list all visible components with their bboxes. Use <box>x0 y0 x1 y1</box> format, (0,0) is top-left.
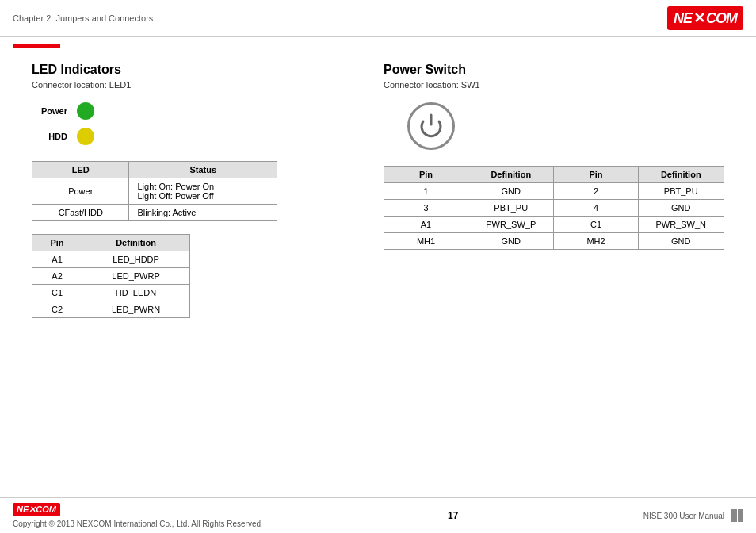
power-led-label: Power <box>40 106 67 116</box>
table-row: 3 PBT_PU 4 GND <box>384 200 724 217</box>
table-row: MH1 GND MH2 GND <box>384 233 724 250</box>
main-content: LED Indicators Connector location: LED1 … <box>0 55 756 326</box>
led-pin-col-def: Definition <box>82 235 190 251</box>
led-section-subtitle: Connector location: LED1 <box>32 80 368 90</box>
led-status-col-led: LED <box>32 162 129 178</box>
nexcom-logo: NE ✕ COM <box>667 6 743 30</box>
power-switch-icon <box>407 102 455 150</box>
power-pin2-r4: MH2 <box>554 233 638 250</box>
logo-com-text: COM <box>706 10 737 27</box>
led-pin-pin-2: A2 <box>32 268 82 285</box>
led-status-table: LED Status Power Light On: Power OnLight… <box>32 161 277 221</box>
led-status-status-1: Light On: Power OnLight Off: Power Off <box>129 178 277 205</box>
power-def1-r4: GND <box>468 233 554 250</box>
power-led-circle <box>77 102 94 120</box>
page-footer: NE✕COM Copyright © 2013 NEXCOM Internati… <box>0 497 756 533</box>
footer-copyright: Copyright © 2013 NEXCOM International Co… <box>13 520 263 528</box>
led-pin-table: Pin Definition A1 LED_HDDP A2 LED_PWRP C… <box>32 234 190 318</box>
led-pin-pin-1: A1 <box>32 251 82 268</box>
table-row: Power Light On: Power OnLight Off: Power… <box>32 178 277 205</box>
led-pin-def-4: LED_PWRN <box>82 301 190 318</box>
power-def2-r1: PBT_PU <box>638 183 724 200</box>
power-switch-subtitle: Connector location: SW1 <box>384 80 724 90</box>
led-pin-def-3: HD_LEDN <box>82 285 190 301</box>
power-icon-container <box>407 102 724 150</box>
table-row: 1 GND 2 PBT_PU <box>384 183 724 200</box>
power-def1-r1: GND <box>468 183 554 200</box>
led-status-col-status: Status <box>129 162 277 178</box>
hdd-led-circle <box>77 128 94 145</box>
power-led-item: Power <box>40 102 368 120</box>
power-switch-section: Power Switch Connector location: SW1 Pin… <box>384 63 724 318</box>
logo-x-text: ✕ <box>693 10 704 27</box>
accent-bar <box>13 44 60 48</box>
led-visual-indicators: Power HDD <box>40 102 368 145</box>
led-status-led-2: CFast/HDD <box>32 205 129 221</box>
power-def2-r4: GND <box>638 233 724 250</box>
power-def2-r3: PWR_SW_N <box>638 217 724 233</box>
led-section: LED Indicators Connector location: LED1 … <box>32 63 368 318</box>
footer-manual-name: NISE 300 User Manual <box>643 512 724 520</box>
power-pin-col1: Pin <box>384 167 468 183</box>
led-pin-def-1: LED_HDDP <box>82 251 190 268</box>
footer-grid-icon <box>731 509 743 522</box>
hdd-led-label: HDD <box>40 132 67 141</box>
table-row: CFast/HDD Blinking: Active <box>32 205 277 221</box>
power-switch-title: Power Switch <box>384 63 724 77</box>
power-pin2-r3: C1 <box>554 217 638 233</box>
led-section-title: LED Indicators <box>32 63 368 77</box>
table-row: A1 PWR_SW_P C1 PWR_SW_N <box>384 217 724 233</box>
power-def1-r3: PWR_SW_P <box>468 217 554 233</box>
table-row: C1 HD_LEDN <box>32 285 190 301</box>
led-pin-col-pin: Pin <box>32 235 82 251</box>
footer-logo-text: NE✕COM <box>17 504 56 515</box>
power-pin-col3: Pin <box>554 167 638 183</box>
power-pin-col4: Definition <box>638 167 724 183</box>
power-pin1-r4: MH1 <box>384 233 468 250</box>
table-row: A1 LED_HDDP <box>32 251 190 268</box>
logo-ne-text: NE <box>674 10 692 27</box>
power-symbol-svg <box>415 110 447 142</box>
power-def2-r2: GND <box>638 200 724 217</box>
page-header: Chapter 2: Jumpers and Connectors NE ✕ C… <box>0 0 756 37</box>
led-pin-pin-4: C2 <box>32 301 82 318</box>
power-pin1-r2: 3 <box>384 200 468 217</box>
power-pin2-r1: 2 <box>554 183 638 200</box>
power-pin-table: Pin Definition Pin Definition 1 GND 2 PB… <box>384 166 724 250</box>
power-pin2-r2: 4 <box>554 200 638 217</box>
power-pin1-r1: 1 <box>384 183 468 200</box>
led-status-status-2: Blinking: Active <box>129 205 277 221</box>
chapter-title: Chapter 2: Jumpers and Connectors <box>13 13 153 23</box>
power-pin-col2: Definition <box>468 167 554 183</box>
table-row: A2 LED_PWRP <box>32 268 190 285</box>
led-pin-def-2: LED_PWRP <box>82 268 190 285</box>
footer-right: NISE 300 User Manual <box>643 509 743 522</box>
power-def1-r2: PBT_PU <box>468 200 554 217</box>
table-row: C2 LED_PWRN <box>32 301 190 318</box>
led-pin-pin-3: C1 <box>32 285 82 301</box>
power-pin1-r3: A1 <box>384 217 468 233</box>
footer-page-number: 17 <box>448 510 458 521</box>
footer-left: NE✕COM Copyright © 2013 NEXCOM Internati… <box>13 503 263 528</box>
led-status-led-1: Power <box>32 178 129 205</box>
footer-logo: NE✕COM <box>13 503 263 516</box>
hdd-led-item: HDD <box>40 128 368 145</box>
